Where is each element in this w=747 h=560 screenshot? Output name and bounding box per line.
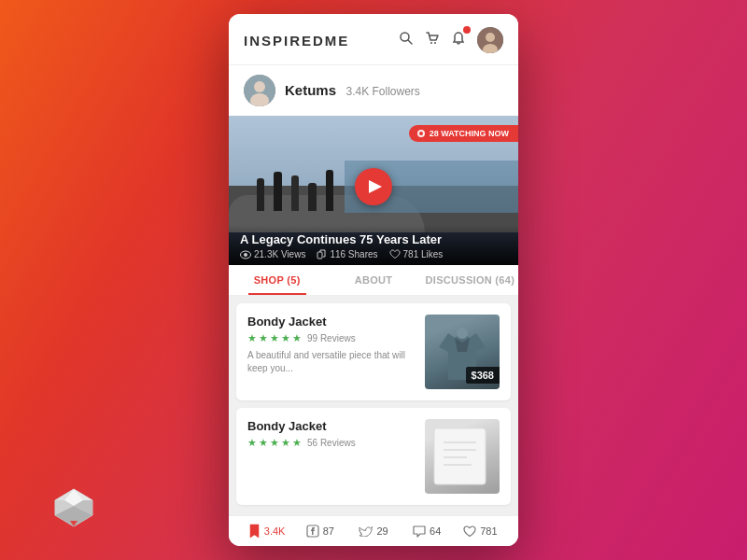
bottom-likes[interactable]: 781	[454, 525, 507, 538]
product-desc: A beautiful and versatile piece that wil…	[247, 349, 414, 375]
cart-icon[interactable]	[425, 31, 440, 49]
video-views: 21.3K Views	[240, 249, 305, 259]
reviews-count: 99 Reviews	[307, 333, 356, 343]
tabs: SHOP (5) ABOUT DISCUSSION (64)	[229, 265, 518, 296]
svg-point-11	[434, 42, 436, 44]
video-likes: 781 Likes	[389, 249, 444, 259]
bottom-twitter[interactable]: 29	[346, 525, 400, 537]
svg-point-10	[430, 42, 432, 44]
bottom-bar: 3.4K 87 29 64 781	[229, 515, 518, 546]
user-followers: 3.4K Followers	[345, 85, 419, 98]
svg-rect-21	[317, 252, 322, 259]
facebook-icon	[306, 525, 319, 538]
user-name: Ketums	[285, 82, 336, 98]
product-card[interactable]: Bondy Jacket ★ ★ ★ ★ ★ 99 Reviews A beau…	[236, 303, 511, 400]
svg-rect-23	[434, 428, 486, 484]
user-info: Ketums 3.4K Followers	[285, 82, 420, 99]
product-card-2[interactable]: Bondy Jacket ★ ★ ★ ★ ★ 56 Reviews	[236, 408, 511, 505]
video-overlay: A Legacy Continues 75 Years Later 21.3K …	[229, 225, 518, 265]
product-stars: ★ ★ ★ ★ ★ 99 Reviews	[247, 332, 414, 344]
watching-badge: 28 WATCHING NOW	[409, 125, 518, 142]
svg-line-9	[408, 40, 412, 44]
bottom-comments[interactable]: 64	[401, 525, 454, 538]
product-name-2: Bondy Jacket	[247, 419, 414, 433]
header-avatar[interactable]	[477, 27, 503, 53]
app-logo: INSPIREDME	[244, 33, 349, 49]
product-name: Bondy Jacket	[247, 315, 414, 329]
notification-icon[interactable]	[451, 31, 466, 49]
video-stats: 21.3K Views 116 Shares 781 Likes	[240, 249, 507, 259]
play-button[interactable]	[355, 168, 392, 205]
svg-point-20	[244, 253, 247, 257]
app-header: INSPIREDME	[229, 14, 518, 65]
user-row: Ketums 3.4K Followers	[229, 65, 518, 116]
product-info: Bondy Jacket ★ ★ ★ ★ ★ 99 Reviews A beau…	[247, 315, 414, 389]
product-image-2	[425, 419, 500, 494]
bottom-saves[interactable]: 3.4K	[240, 524, 293, 539]
tab-about[interactable]: ABOUT	[325, 265, 421, 295]
video-area: 28 WATCHING NOW A Legacy Continues 75 Ye…	[229, 116, 518, 265]
bottom-facebook[interactable]: 87	[293, 525, 346, 538]
gem-icon	[51, 485, 96, 534]
product-price: $368	[466, 367, 500, 384]
svg-point-22	[457, 328, 468, 339]
svg-point-13	[486, 33, 495, 42]
comment-icon	[413, 525, 426, 538]
heart-icon	[463, 525, 476, 538]
video-shares: 116 Shares	[317, 249, 377, 259]
twitter-icon	[359, 525, 373, 537]
header-icons	[399, 27, 503, 53]
svg-point-16	[254, 81, 265, 92]
notif-badge	[463, 26, 471, 34]
product-info-2: Bondy Jacket ★ ★ ★ ★ ★ 56 Reviews	[247, 419, 414, 494]
tab-discussion[interactable]: DISCUSSION (64)	[422, 265, 518, 295]
product-list: Bondy Jacket ★ ★ ★ ★ ★ 99 Reviews A beau…	[229, 296, 518, 515]
video-title: A Legacy Continues 75 Years Later	[240, 232, 507, 246]
tab-shop[interactable]: SHOP (5)	[229, 265, 325, 295]
product-stars-2: ★ ★ ★ ★ ★ 56 Reviews	[247, 437, 414, 449]
bookmark-icon	[248, 524, 261, 539]
product-image-wrap-2	[425, 419, 500, 494]
user-avatar[interactable]	[244, 75, 275, 106]
app-card: INSPIREDME	[229, 14, 518, 546]
search-icon[interactable]	[399, 31, 414, 49]
reviews-count-2: 56 Reviews	[307, 438, 356, 448]
product-image-wrap: $368	[425, 315, 500, 389]
